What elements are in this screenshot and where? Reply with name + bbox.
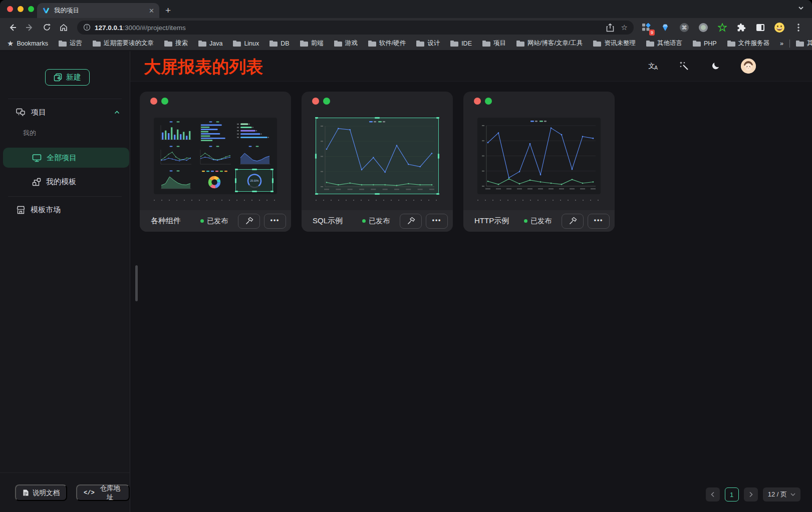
sidebar-item-my-templates[interactable]: 我的模板 [3, 173, 129, 190]
current-page-button[interactable]: 1 [725, 487, 739, 501]
user-avatar[interactable] [741, 59, 756, 74]
bookmarks-manager[interactable]: ★ Bookmarks [7, 39, 48, 48]
moon-icon [711, 62, 720, 71]
selection-handle[interactable] [315, 117, 318, 119]
project-thumbnail-selected-chart[interactable] [316, 118, 439, 194]
bookmark-folder[interactable]: 资讯未整理 [593, 39, 636, 48]
bookmark-folder[interactable]: 设计 [416, 39, 440, 48]
dark-mode-button[interactable] [710, 61, 721, 72]
reload-button[interactable] [39, 20, 54, 35]
project-card[interactable]: 25.00% 各种组件 已发布 ••• [140, 92, 291, 232]
extension-star-icon[interactable] [716, 21, 729, 34]
selection-handle[interactable] [315, 193, 318, 195]
bookmark-folder[interactable]: 项目 [482, 39, 506, 48]
content-scrollbar-thumb[interactable] [135, 265, 138, 301]
sidebar-item-template-market[interactable]: 模板市场 [0, 201, 130, 218]
project-thumbnail[interactable] [477, 118, 601, 194]
address-bar[interactable]: 127.0.0.1:3000/#/project/items ☆ [77, 21, 634, 35]
prev-page-button[interactable] [706, 487, 720, 501]
browser-tab[interactable]: 我的项目 ✕ [37, 3, 159, 18]
edit-project-button[interactable] [238, 214, 260, 229]
selection-handle[interactable] [272, 178, 274, 183]
sidebar-divider [8, 99, 122, 99]
minimize-window-button[interactable] [18, 6, 24, 12]
monitor-icon [32, 154, 42, 162]
bookmark-folder[interactable]: 游戏 [334, 39, 358, 48]
new-project-button[interactable]: 新建 [45, 69, 90, 86]
card-red-dot [312, 98, 319, 105]
bookmark-folder[interactable]: 前端 [300, 39, 324, 48]
selection-handle[interactable] [270, 169, 274, 170]
project-card[interactable]: SQL示例 已发布 ••• [302, 92, 453, 232]
selection-handle[interactable] [252, 191, 257, 192]
bookmark-folder[interactable]: 运营 [59, 39, 82, 48]
bookmark-folder[interactable]: 搜索 [164, 39, 188, 48]
selection-handle[interactable] [252, 169, 257, 170]
extensions-puzzle-icon[interactable] [735, 21, 748, 34]
bookmark-folder[interactable]: 其他语言 [646, 39, 682, 48]
sidebar-section-project[interactable]: 项目 [16, 106, 120, 118]
bookmark-folder[interactable]: IDE [450, 40, 472, 47]
selection-handle[interactable] [436, 193, 439, 195]
selection-handle[interactable] [270, 191, 274, 192]
page-size-select[interactable]: 12 / 页 [763, 487, 800, 501]
tab-close-icon[interactable]: ✕ [149, 7, 154, 15]
header-actions: 文A [648, 59, 756, 74]
bookmark-folder[interactable]: Linux [233, 40, 259, 47]
folder-icon [796, 41, 804, 47]
theme-wand-button[interactable] [679, 61, 690, 72]
edit-project-button[interactable] [562, 214, 584, 229]
project-card[interactable]: HTTP示例 已发布 ••• [463, 92, 615, 232]
extension-grid-icon[interactable]: 9 [640, 21, 653, 34]
side-panel-icon[interactable] [754, 21, 767, 34]
bookmark-folder[interactable]: 网站/博客/文章/工具 [516, 39, 583, 48]
bookmark-star-icon[interactable]: ☆ [621, 23, 628, 32]
selection-handle[interactable] [436, 117, 439, 119]
bookmark-folder[interactable]: DB [269, 40, 289, 47]
selection-handle[interactable] [375, 193, 380, 195]
next-page-button[interactable] [744, 487, 758, 501]
sidebar-item-all-projects[interactable]: 全部项目 [3, 148, 129, 168]
docs-button[interactable]: 说明文档 [15, 484, 67, 501]
more-actions-button[interactable]: ••• [426, 214, 448, 229]
template-icon [32, 178, 41, 186]
selection-handle[interactable] [235, 178, 236, 183]
browser-menu-icon[interactable] [792, 21, 805, 34]
selection-handle[interactable] [438, 154, 439, 159]
selection-handle[interactable] [235, 191, 238, 192]
chevron-up-icon[interactable] [114, 111, 120, 114]
selection-handle[interactable] [235, 169, 238, 170]
tab-search-chevron-icon[interactable] [798, 6, 804, 10]
extension-gem-icon[interactable] [659, 21, 672, 34]
repo-button[interactable]: </> 仓库地址 [76, 484, 130, 501]
page-info-icon[interactable] [83, 24, 91, 31]
home-button[interactable] [56, 20, 71, 35]
selection-handle[interactable] [375, 117, 380, 119]
forward-button[interactable] [22, 20, 37, 35]
selection-handle[interactable] [315, 154, 317, 159]
extension-dot-icon[interactable] [697, 21, 710, 34]
close-window-button[interactable] [7, 6, 13, 12]
edit-project-button[interactable] [400, 214, 422, 229]
back-button[interactable] [5, 20, 20, 35]
extension-command-icon[interactable]: ⌘ [678, 21, 691, 34]
ellipsis-icon: ••• [270, 217, 280, 224]
bookmarks-divider [789, 40, 790, 48]
project-thumbnail[interactable]: 25.00% [154, 118, 277, 194]
bookmarks-overflow-chevron[interactable]: » [780, 40, 783, 47]
other-bookmarks[interactable]: 其他书签 [796, 39, 812, 48]
folder-icon [59, 41, 67, 47]
zoom-window-button[interactable] [28, 6, 34, 12]
mini-chart-line2 [196, 145, 233, 167]
bookmark-folder[interactable]: PHP [693, 40, 717, 47]
more-actions-button[interactable]: ••• [264, 214, 286, 229]
language-toggle-button[interactable]: 文A [648, 61, 659, 72]
bookmark-folder[interactable]: 软件/硬件 [368, 39, 406, 48]
bookmark-folder[interactable]: Java [198, 40, 222, 47]
bookmark-folder[interactable]: 近期需要读的文章 [93, 39, 154, 48]
bookmark-folder[interactable]: 文件服务器 [727, 39, 770, 48]
new-tab-button[interactable]: + [165, 4, 171, 17]
profile-avatar-icon[interactable] [773, 21, 786, 34]
share-icon[interactable] [606, 23, 614, 32]
more-actions-button[interactable]: ••• [588, 214, 610, 229]
